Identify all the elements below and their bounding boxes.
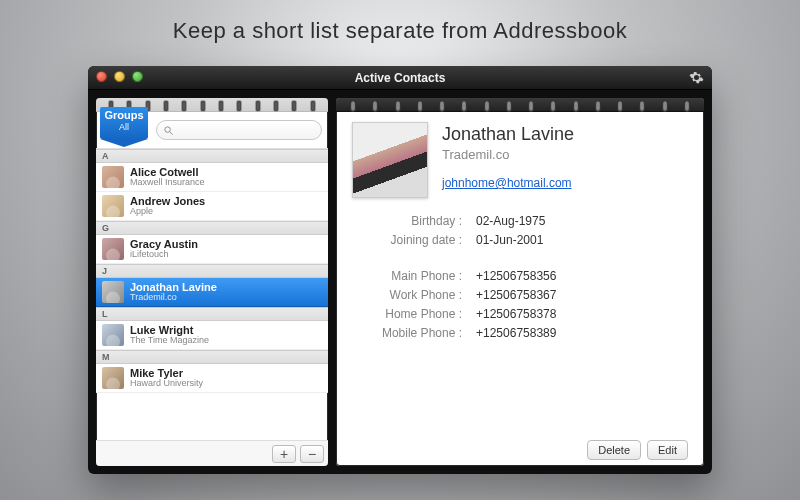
remove-contact-button[interactable]: − — [300, 445, 324, 463]
contacts-header: Groups All — [96, 112, 328, 148]
section-header: G — [96, 221, 328, 235]
section-header: M — [96, 350, 328, 364]
list-item[interactable]: Jonathan Lavine Trademil.co — [96, 278, 328, 307]
contact-company: The Time Magazine — [130, 336, 209, 346]
detail-company: Trademil.co — [442, 147, 688, 162]
section-header: L — [96, 307, 328, 321]
search-icon — [163, 125, 174, 136]
minimize-window-button[interactable] — [114, 71, 125, 82]
section-header: A — [96, 149, 328, 163]
section-header: J — [96, 264, 328, 278]
field-label: Home Phone : — [352, 307, 462, 321]
list-item[interactable]: Luke Wright The Time Magazine — [96, 321, 328, 350]
detail-content: Jonathan Lavine Trademil.co johnhome@hot… — [336, 112, 704, 466]
window-body: Groups All A Alice Cotwell Maxwell Insur… — [88, 90, 712, 474]
contact-company: Trademil.co — [130, 293, 217, 303]
zoom-window-button[interactable] — [132, 71, 143, 82]
app-window: Active Contacts Groups All — [88, 66, 712, 474]
field-label: Birthday : — [352, 214, 462, 228]
field-label: Work Phone : — [352, 288, 462, 302]
detail-footer: Delete Edit — [352, 432, 688, 460]
contact-company: Haward University — [130, 379, 203, 389]
promo-tagline: Keep a short list separate from Addressb… — [0, 0, 800, 44]
avatar — [102, 367, 124, 389]
avatar — [102, 166, 124, 188]
detail-fields: Birthday : 02-Aug-1975 Joining date : 01… — [352, 214, 688, 340]
contact-company: iLifetouch — [130, 250, 198, 260]
add-contact-button[interactable]: + — [272, 445, 296, 463]
contacts-footer: + − — [96, 440, 328, 466]
field-label: Main Phone : — [352, 269, 462, 283]
search-field[interactable] — [156, 120, 322, 140]
contacts-panel: Groups All A Alice Cotwell Maxwell Insur… — [96, 98, 328, 466]
field-value: +12506758378 — [476, 307, 688, 321]
field-label: Mobile Phone : — [352, 326, 462, 340]
detail-panel: Jonathan Lavine Trademil.co johnhome@hot… — [336, 98, 704, 466]
search-input[interactable] — [177, 125, 315, 136]
settings-button[interactable] — [689, 70, 704, 85]
titlebar: Active Contacts — [88, 66, 712, 90]
field-value: +12506758356 — [476, 269, 688, 283]
contact-photo — [352, 122, 428, 198]
list-item[interactable]: Gracy Austin iLifetouch — [96, 235, 328, 264]
field-value: 01-Jun-2001 — [476, 233, 688, 247]
svg-line-1 — [170, 131, 173, 134]
contact-company: Maxwell Insurance — [130, 178, 205, 188]
contacts-list: A Alice Cotwell Maxwell Insurance Andrew… — [96, 148, 328, 440]
groups-current: All — [100, 121, 148, 133]
list-item[interactable]: Mike Tyler Haward University — [96, 364, 328, 393]
groups-selector[interactable]: Groups All — [96, 107, 150, 149]
delete-button[interactable]: Delete — [587, 440, 641, 460]
list-item[interactable]: Andrew Jones Apple — [96, 192, 328, 221]
avatar — [102, 238, 124, 260]
window-title: Active Contacts — [355, 71, 446, 85]
field-value: +12506758389 — [476, 326, 688, 340]
gear-icon — [689, 70, 704, 85]
detail-header: Jonathan Lavine Trademil.co johnhome@hot… — [352, 122, 688, 198]
edit-button[interactable]: Edit — [647, 440, 688, 460]
list-item[interactable]: Alice Cotwell Maxwell Insurance — [96, 163, 328, 192]
detail-email-link[interactable]: johnhome@hotmail.com — [442, 176, 572, 190]
detail-name: Jonathan Lavine — [442, 124, 688, 145]
field-label: Joining date : — [352, 233, 462, 247]
field-value: +12506758367 — [476, 288, 688, 302]
window-controls — [96, 71, 143, 82]
avatar — [102, 281, 124, 303]
contact-company: Apple — [130, 207, 205, 217]
close-window-button[interactable] — [96, 71, 107, 82]
groups-label: Groups — [100, 109, 148, 121]
field-value: 02-Aug-1975 — [476, 214, 688, 228]
avatar — [102, 195, 124, 217]
avatar — [102, 324, 124, 346]
notebook-rings-right — [336, 98, 704, 112]
svg-point-0 — [165, 126, 171, 131]
